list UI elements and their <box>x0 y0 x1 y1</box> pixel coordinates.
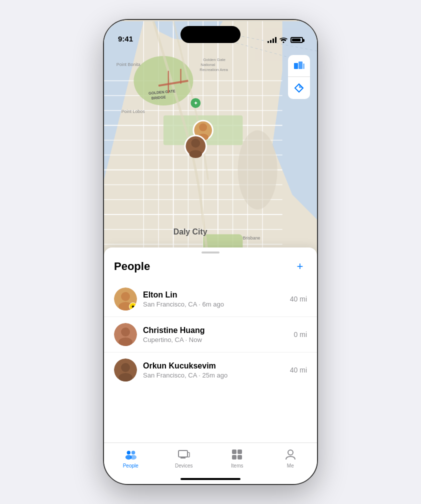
avatar-christine <box>114 323 137 346</box>
svg-point-84 <box>288 450 293 455</box>
svg-point-71 <box>121 363 130 372</box>
person-info-elton: Elton Lin San Francisco, CA · 6m ago <box>143 290 290 308</box>
map-controls <box>288 55 310 99</box>
people-header: People + <box>104 260 317 282</box>
svg-text:✦: ✦ <box>194 100 198 106</box>
items-tab-icon <box>230 448 244 461</box>
person-distance-elton: 40 mi <box>290 295 307 303</box>
person-location-orkun: San Francisco, CA · 25m ago <box>143 372 290 379</box>
me-tab-icon <box>284 448 297 461</box>
tab-items[interactable]: Items <box>210 447 264 468</box>
signal-icon <box>268 37 276 43</box>
map-view-button[interactable] <box>288 55 310 77</box>
star-badge-elton: ★ <box>129 302 137 310</box>
person-info-christine: Christine Huang Cupertino, CA · Now <box>143 326 294 344</box>
svg-text:Point Lobos: Point Lobos <box>122 109 146 114</box>
drag-handle <box>202 252 220 254</box>
tab-me-label: Me <box>287 463 294 468</box>
svg-rect-82 <box>232 455 236 460</box>
status-time: 9:41 <box>118 34 133 43</box>
svg-rect-81 <box>238 450 242 454</box>
svg-text:Recreation Area: Recreation Area <box>200 68 228 72</box>
svg-rect-78 <box>180 458 186 458</box>
person-location-elton: San Francisco, CA · 6m ago <box>143 300 290 308</box>
svg-rect-79 <box>188 452 190 457</box>
svg-point-51 <box>199 124 207 132</box>
status-icons <box>268 37 303 43</box>
person-distance-orkun: 40 mi <box>290 366 307 374</box>
person-row-elton[interactable]: ★ Elton Lin San Francisco, CA · 6m ago 4… <box>104 282 317 317</box>
svg-text:National: National <box>200 62 215 67</box>
svg-point-55 <box>191 138 200 148</box>
svg-text:Daly City: Daly City <box>174 228 208 236</box>
svg-text:Point Bonita: Point Bonita <box>116 62 140 67</box>
svg-text:Golden Gate: Golden Gate <box>203 58 226 62</box>
avatar-elton: ★ <box>114 288 137 310</box>
phone-frame: 9:41 <box>103 19 318 485</box>
person-name-orkun: Orkun Kucuksevim <box>143 362 290 370</box>
dynamic-island <box>180 26 240 43</box>
avatar-orkun <box>114 358 137 382</box>
devices-tab-icon <box>178 448 190 461</box>
person-location-christine: Cupertino, CA · Now <box>143 336 294 344</box>
svg-point-68 <box>121 328 130 336</box>
svg-rect-63 <box>303 64 304 69</box>
wifi-icon <box>280 37 288 43</box>
person-name-elton: Elton Lin <box>143 290 290 300</box>
svg-rect-77 <box>178 450 188 457</box>
svg-text:Brisbane: Brisbane <box>242 236 260 240</box>
person-list: ★ Elton Lin San Francisco, CA · 6m ago 4… <box>104 282 317 388</box>
people-title: People <box>114 260 150 273</box>
person-row-orkun[interactable]: Orkun Kucuksevim San Francisco, CA · 25m… <box>104 352 317 388</box>
location-button[interactable] <box>288 77 310 99</box>
battery-icon <box>290 37 303 43</box>
svg-rect-83 <box>238 455 242 460</box>
tab-devices[interactable]: Devices <box>158 447 211 468</box>
tab-devices-label: Devices <box>175 463 193 468</box>
svg-rect-61 <box>294 63 298 69</box>
person-info-orkun: Orkun Kucuksevim San Francisco, CA · 25m… <box>143 362 290 379</box>
svg-point-0 <box>283 42 284 43</box>
tab-people-label: People <box>123 463 138 468</box>
tab-people[interactable]: People <box>104 447 158 468</box>
add-person-button[interactable]: + <box>293 260 307 274</box>
svg-point-76 <box>130 455 136 460</box>
home-indicator <box>180 478 240 480</box>
svg-rect-80 <box>232 450 236 454</box>
people-tab-icon <box>124 448 137 461</box>
svg-point-30 <box>238 130 277 210</box>
svg-point-56 <box>189 150 202 158</box>
tab-items-label: Items <box>231 463 243 468</box>
person-row-christine[interactable]: Christine Huang Cupertino, CA · Now 0 mi <box>104 317 317 352</box>
svg-rect-62 <box>298 62 302 69</box>
tab-me[interactable]: Me <box>264 447 318 468</box>
person-distance-christine: 0 mi <box>294 330 307 338</box>
svg-point-65 <box>121 292 130 301</box>
bottom-sheet: People + ★ Elton Lin <box>104 248 317 442</box>
person-name-christine: Christine Huang <box>143 326 294 335</box>
svg-point-75 <box>132 451 135 454</box>
